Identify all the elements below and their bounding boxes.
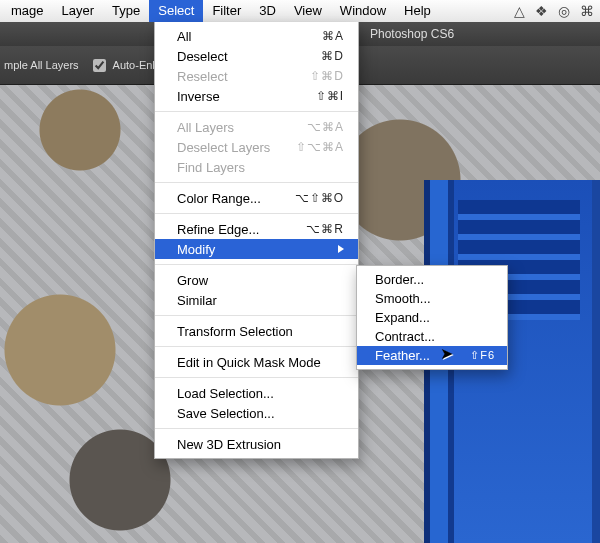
menu-filter[interactable]: Filter	[203, 0, 250, 22]
menu-separator	[155, 428, 358, 429]
menu-view[interactable]: View	[285, 0, 331, 22]
menu-item-label: All	[177, 29, 191, 44]
menu-item-label: All Layers	[177, 120, 234, 135]
menu-item-label: Inverse	[177, 89, 220, 104]
submenu-item-label: Expand...	[375, 310, 430, 325]
menu-item-edit-in-quick-mask-mode[interactable]: Edit in Quick Mask Mode	[155, 352, 358, 372]
menu-image[interactable]: mage	[2, 0, 53, 22]
menu-item-label: Transform Selection	[177, 324, 293, 339]
submenu-item-border[interactable]: Border...	[357, 270, 507, 289]
submenu-item-smooth[interactable]: Smooth...	[357, 289, 507, 308]
menu-shortcut: ⌥⌘R	[306, 222, 344, 236]
menu-item-label: New 3D Extrusion	[177, 437, 281, 452]
menu-shortcut: ⌘D	[321, 49, 344, 63]
menu-item-label: Deselect Layers	[177, 140, 270, 155]
menu-item-refine-edge[interactable]: Refine Edge...⌥⌘R	[155, 219, 358, 239]
submenu-item-expand[interactable]: Expand...	[357, 308, 507, 327]
menu-item-label: Refine Edge...	[177, 222, 259, 237]
menu-item-all-layers: All Layers⌥⌘A	[155, 117, 358, 137]
menu-separator	[155, 377, 358, 378]
menu-shortcut: ⌥⌘A	[307, 120, 344, 134]
menu-item-label: Load Selection...	[177, 386, 274, 401]
menu-window[interactable]: Window	[331, 0, 395, 22]
submenu-item-label: Feather...	[375, 348, 430, 363]
menu-item-all[interactable]: All⌘A	[155, 26, 358, 46]
submenu-item-label: Smooth...	[375, 291, 431, 306]
menu-item-label: Grow	[177, 273, 208, 288]
menu-item-inverse[interactable]: Inverse⇧⌘I	[155, 86, 358, 106]
menubar-tray: △ ❖ ◎ ⌘	[514, 0, 594, 22]
menu-shortcut: ⇧⌥⌘A	[296, 140, 344, 154]
menu-item-load-selection[interactable]: Load Selection...	[155, 383, 358, 403]
tray-dropbox-icon[interactable]: ❖	[535, 3, 548, 19]
menu-shortcut: ⇧⌘D	[310, 69, 344, 83]
menu-item-label: Deselect	[177, 49, 228, 64]
menu-separator	[155, 346, 358, 347]
sample-all-layers-label: mple All Layers	[4, 59, 79, 71]
auto-enhance-checkbox[interactable]	[93, 59, 106, 72]
menu-shortcut: ⌥⇧⌘O	[295, 191, 344, 205]
submenu-item-label: Border...	[375, 272, 424, 287]
menu-item-label: Edit in Quick Mask Mode	[177, 355, 321, 370]
menu-item-deselect-layers: Deselect Layers⇧⌥⌘A	[155, 137, 358, 157]
menu-item-modify[interactable]: Modify	[155, 239, 358, 259]
submenu-item-feather[interactable]: Feather...⇧F6	[357, 346, 507, 365]
submenu-item-contract[interactable]: Contract...	[357, 327, 507, 346]
menu-item-similar[interactable]: Similar	[155, 290, 358, 310]
menu-shortcut: ⌘A	[322, 29, 344, 43]
menu-separator	[155, 182, 358, 183]
menu-item-find-layers: Find Layers	[155, 157, 358, 177]
mac-menubar: mage Layer Type Select Filter 3D View Wi…	[0, 0, 600, 23]
menu-item-label: Save Selection...	[177, 406, 275, 421]
menu-select[interactable]: Select	[149, 0, 203, 22]
menu-item-save-selection[interactable]: Save Selection...	[155, 403, 358, 423]
menu-item-deselect[interactable]: Deselect⌘D	[155, 46, 358, 66]
submenu-caret-icon	[338, 245, 344, 253]
tray-cc-icon[interactable]: ⌘	[580, 3, 594, 19]
modify-submenu: Border...Smooth...Expand...Contract...Fe…	[356, 265, 508, 370]
menu-shortcut: ⇧⌘I	[316, 89, 344, 103]
submenu-shortcut: ⇧F6	[470, 349, 495, 362]
select-dropdown-menu: All⌘ADeselect⌘DReselect⇧⌘DInverse⇧⌘IAll …	[154, 22, 359, 459]
menu-type[interactable]: Type	[103, 0, 149, 22]
menu-item-new-3d-extrusion[interactable]: New 3D Extrusion	[155, 434, 358, 454]
menu-separator	[155, 264, 358, 265]
menu-item-label: Similar	[177, 293, 217, 308]
tray-drive-icon[interactable]: △	[514, 3, 525, 19]
menu-layer[interactable]: Layer	[53, 0, 104, 22]
submenu-item-label: Contract...	[375, 329, 435, 344]
menu-separator	[155, 111, 358, 112]
menu-item-label: Color Range...	[177, 191, 261, 206]
menu-help[interactable]: Help	[395, 0, 440, 22]
menu-separator	[155, 213, 358, 214]
menu-item-label: Find Layers	[177, 160, 245, 175]
sample-all-layers-check[interactable]: mple All Layers	[4, 59, 79, 71]
menu-item-transform-selection[interactable]: Transform Selection	[155, 321, 358, 341]
menu-item-grow[interactable]: Grow	[155, 270, 358, 290]
app-title: Photoshop CS6	[370, 27, 454, 41]
tray-sync-icon[interactable]: ◎	[558, 3, 570, 19]
menu-item-color-range[interactable]: Color Range...⌥⇧⌘O	[155, 188, 358, 208]
menu-3d[interactable]: 3D	[250, 0, 285, 22]
menu-item-label: Reselect	[177, 69, 228, 84]
menu-separator	[155, 315, 358, 316]
menu-item-reselect: Reselect⇧⌘D	[155, 66, 358, 86]
menu-item-label: Modify	[177, 242, 215, 257]
